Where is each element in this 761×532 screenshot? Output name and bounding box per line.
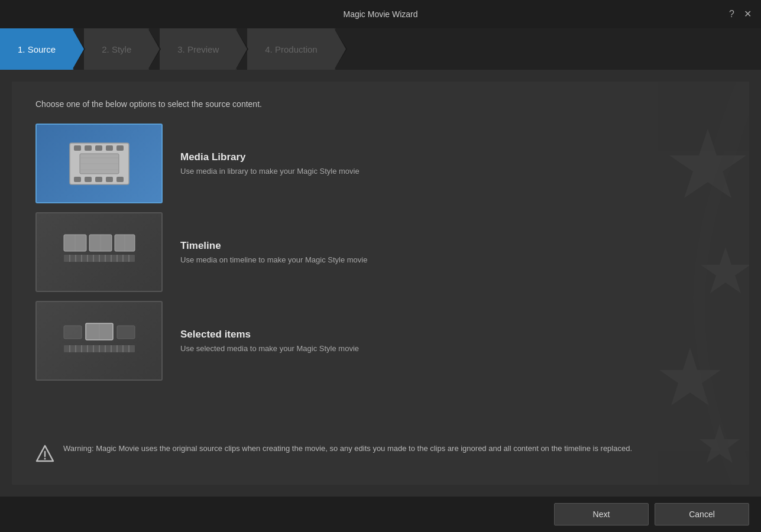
step-production-label: 4. Production xyxy=(265,44,317,54)
step-production-shape: 4. Production xyxy=(247,28,335,70)
step-source-label: 1. Source xyxy=(18,44,56,54)
timeline-title: Timeline xyxy=(180,240,367,252)
content-panel: Choose one of the below options to selec… xyxy=(12,82,749,485)
option-timeline[interactable]: Timeline Use media on timeline to make y… xyxy=(35,212,726,292)
svg-rect-5 xyxy=(74,145,81,151)
film-strip-icon xyxy=(67,140,132,187)
title-bar: Magic Movie Wizard ? ✕ xyxy=(0,0,761,28)
selected-items-desc: Use selected media to make your Magic St… xyxy=(180,344,359,353)
selected-items-icon xyxy=(61,319,138,363)
svg-rect-13 xyxy=(106,177,113,182)
timeline-desc: Use media on timeline to make your Magic… xyxy=(180,255,367,264)
selected-items-title: Selected items xyxy=(180,329,359,340)
help-button[interactable]: ? xyxy=(729,9,734,19)
svg-rect-38 xyxy=(117,326,135,339)
step-preview[interactable]: 3. Preview xyxy=(160,28,237,70)
timeline-thumbnail xyxy=(35,212,163,292)
window-controls: ? ✕ xyxy=(729,9,752,19)
step-style-label: 2. Style xyxy=(102,44,131,54)
step-style-shape: 2. Style xyxy=(84,28,149,70)
close-button[interactable]: ✕ xyxy=(744,9,752,19)
media-library-desc: Use media in library to make your Magic … xyxy=(180,167,360,176)
wizard-steps: 1. Source 2. Style 3. Preview 4. Product… xyxy=(0,28,761,70)
cancel-button[interactable]: Cancel xyxy=(655,503,749,525)
svg-rect-11 xyxy=(85,177,92,182)
main-content: Choose one of the below options to selec… xyxy=(0,70,761,497)
svg-rect-12 xyxy=(95,177,102,182)
svg-rect-10 xyxy=(74,177,81,182)
step-source[interactable]: 1. Source xyxy=(0,28,73,70)
svg-point-55 xyxy=(44,458,46,460)
next-button[interactable]: Next xyxy=(554,503,649,525)
step-source-shape: 1. Source xyxy=(0,28,73,70)
timeline-icon xyxy=(61,230,138,274)
footer: Next Cancel xyxy=(0,497,761,532)
selected-items-info: Selected items Use selected media to mak… xyxy=(180,329,359,353)
wizard-window: Magic Movie Wizard ? ✕ 1. Source 2. Styl… xyxy=(0,0,761,532)
svg-rect-9 xyxy=(116,145,124,151)
window-title: Magic Movie Wizard xyxy=(343,9,417,19)
step-preview-shape: 3. Preview xyxy=(160,28,237,70)
media-library-title: Media Library xyxy=(180,151,360,163)
warning-text: Warning: Magic Movie uses the original s… xyxy=(63,443,632,455)
instruction-text: Choose one of the below options to selec… xyxy=(35,99,726,109)
media-library-info: Media Library Use media in library to ma… xyxy=(180,151,360,176)
warning-box: Warning: Magic Movie uses the original s… xyxy=(35,443,726,467)
step-production[interactable]: 4. Production xyxy=(247,28,335,70)
selected-items-thumbnail xyxy=(35,301,163,381)
svg-rect-6 xyxy=(85,145,92,151)
option-selected-items[interactable]: Selected items Use selected media to mak… xyxy=(35,301,726,381)
svg-rect-8 xyxy=(106,145,113,151)
svg-rect-14 xyxy=(116,177,124,182)
media-library-thumbnail xyxy=(35,124,163,203)
svg-rect-37 xyxy=(64,326,82,339)
option-media-library[interactable]: Media Library Use media in library to ma… xyxy=(35,124,726,203)
step-style[interactable]: 2. Style xyxy=(84,28,149,70)
timeline-info: Timeline Use media on timeline to make y… xyxy=(180,240,367,264)
warning-icon xyxy=(35,444,54,467)
step-preview-label: 3. Preview xyxy=(177,44,219,54)
svg-rect-7 xyxy=(95,145,102,151)
